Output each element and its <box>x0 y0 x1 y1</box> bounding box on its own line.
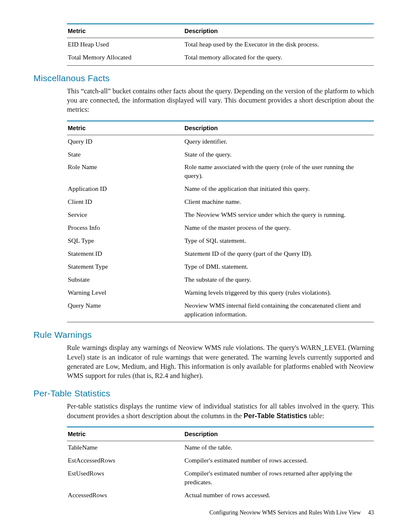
table-header-desc: Description <box>184 427 374 441</box>
table-header-desc: Description <box>184 121 374 135</box>
rule-warnings-heading: Rule Warnings <box>33 330 374 340</box>
table-row: Process InfoName of the master process o… <box>67 221 374 234</box>
table-row: TableNameName of the table. <box>67 441 374 454</box>
table-row: StateState of the query. <box>67 148 374 161</box>
table-row: EstAccessedRowsCompiler's estimated numb… <box>67 454 374 467</box>
pertable-table-body: TableNameName of the table.EstAccessedRo… <box>67 441 374 503</box>
table-row: Query IDQuery identifier. <box>67 135 374 148</box>
metric-cell: Application ID <box>67 182 184 195</box>
table-header-desc: Description <box>184 24 374 38</box>
description-cell: Compiler's estimated number of rows acce… <box>184 454 374 467</box>
description-cell: Name of the master process of the query. <box>184 221 374 234</box>
table-row: Total Memory AllocatedTotal memory alloc… <box>67 51 374 65</box>
description-cell: Role name associated with the query (rol… <box>184 161 374 182</box>
misc-facts-table-body: Query IDQuery identifier.StateState of t… <box>67 135 374 322</box>
description-cell: The substate of the query. <box>184 273 374 286</box>
metric-cell: Substate <box>67 273 184 286</box>
rule-warnings-body: Rule warnings display any warnings of Ne… <box>67 343 374 380</box>
metric-cell: EID Heap Used <box>67 38 184 51</box>
metric-cell: Statement ID <box>67 247 184 260</box>
description-cell: Statement ID of the query (part of the Q… <box>184 247 374 260</box>
metric-cell: Service <box>67 208 184 221</box>
table-header-metric: Metric <box>67 427 184 441</box>
table-row: SubstateThe substate of the query. <box>67 273 374 286</box>
description-cell: Client machine name. <box>184 195 374 208</box>
table-row: EstUsedRowsCompiler's estimated number o… <box>67 467 374 489</box>
table-row: Statement TypeType of DML statement. <box>67 260 374 273</box>
pertable-body-bold: Per-Table Statistics <box>244 412 307 419</box>
pertable-body: Per-table statistics displays the runtim… <box>67 402 374 421</box>
table-row: AccessedRowsActual number of rows access… <box>67 489 374 503</box>
metric-cell: Query Name <box>67 299 184 322</box>
metric-cell: TableName <box>67 441 184 454</box>
table-header-metric: Metric <box>67 121 184 135</box>
metric-cell: AccessedRows <box>67 489 184 503</box>
metric-cell: State <box>67 148 184 161</box>
description-cell: Warning levels triggered by this query (… <box>184 286 374 299</box>
metric-cell: Client ID <box>67 195 184 208</box>
table-row: Statement IDStatement ID of the query (p… <box>67 247 374 260</box>
misc-facts-heading: Miscellanous Facts <box>33 73 374 83</box>
page-footer: Configuring Neoview WMS Services and Rul… <box>210 509 374 516</box>
table-row: SQL TypeType of SQL statement. <box>67 234 374 247</box>
description-cell: Name of the application that initiated t… <box>184 182 374 195</box>
misc-facts-body: This “catch-all” bucket contains other f… <box>67 87 374 115</box>
pertable-body-post: table: <box>307 412 324 420</box>
rule-warnings-block: Rule warnings display any warnings of Ne… <box>67 343 374 380</box>
heap-table-block: Metric Description EID Heap UsedTotal he… <box>67 23 374 66</box>
heap-table-body: EID Heap UsedTotal heap used by the Exec… <box>67 38 374 66</box>
metric-cell: Query ID <box>67 135 184 148</box>
metric-cell: Total Memory Allocated <box>67 51 184 65</box>
table-row: Role NameRole name associated with the q… <box>67 161 374 182</box>
description-cell: Query identifier. <box>184 135 374 148</box>
metric-cell: Statement Type <box>67 260 184 273</box>
metric-cell: Warning Level <box>67 286 184 299</box>
metric-cell: EstUsedRows <box>67 467 184 489</box>
pertable-table: Metric Description TableNameName of the … <box>67 427 374 503</box>
misc-facts-block: This “catch-all” bucket contains other f… <box>67 87 374 323</box>
pertable-block: Per-table statistics displays the runtim… <box>67 402 374 503</box>
metric-cell: EstAccessedRows <box>67 454 184 467</box>
table-header-metric: Metric <box>67 24 184 38</box>
footer-page-number: 43 <box>368 509 374 516</box>
description-cell: Actual number of rows accessed. <box>184 489 374 503</box>
metric-cell: Process Info <box>67 221 184 234</box>
table-row: ServiceThe Neoview WMS service under whi… <box>67 208 374 221</box>
description-cell: Name of the table. <box>184 441 374 454</box>
table-row: Warning LevelWarning levels triggered by… <box>67 286 374 299</box>
description-cell: Type of SQL statement. <box>184 234 374 247</box>
heap-table: Metric Description EID Heap UsedTotal he… <box>67 23 374 66</box>
description-cell: Total memory allocated for the query. <box>184 51 374 65</box>
description-cell: Total heap used by the Executor in the d… <box>184 38 374 51</box>
pertable-heading: Per-Table Statistics <box>33 388 374 398</box>
page: Metric Description EID Heap UsedTotal he… <box>0 0 399 532</box>
metric-cell: SQL Type <box>67 234 184 247</box>
footer-text: Configuring Neoview WMS Services and Rul… <box>210 509 361 516</box>
table-row: Client IDClient machine name. <box>67 195 374 208</box>
description-cell: Compiler's estimated number of rows retu… <box>184 467 374 489</box>
description-cell: The Neoview WMS service under which the … <box>184 208 374 221</box>
description-cell: Type of DML statement. <box>184 260 374 273</box>
description-cell: State of the query. <box>184 148 374 161</box>
metric-cell: Role Name <box>67 161 184 182</box>
pertable-body-pre: Per-table statistics displays the runtim… <box>67 402 374 420</box>
table-row: Query NameNeoview WMS internal field con… <box>67 299 374 322</box>
table-row: EID Heap UsedTotal heap used by the Exec… <box>67 38 374 51</box>
table-row: Application IDName of the application th… <box>67 182 374 195</box>
description-cell: Neoview WMS internal field containing th… <box>184 299 374 322</box>
misc-facts-table: Metric Description Query IDQuery identif… <box>67 121 374 323</box>
